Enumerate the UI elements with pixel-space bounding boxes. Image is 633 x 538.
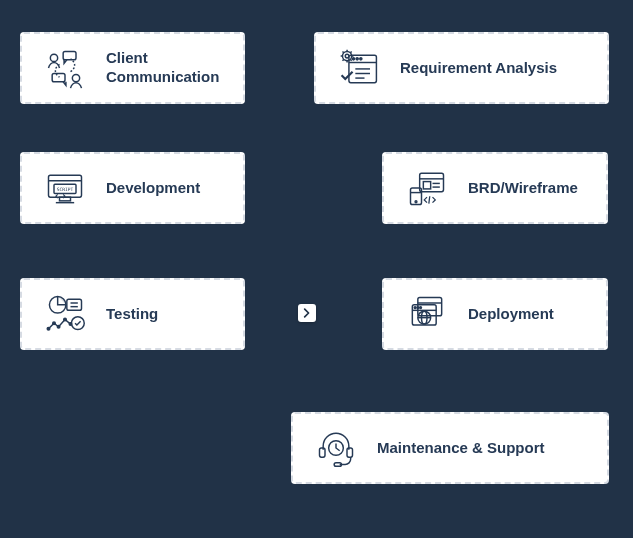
step-label: ClientCommunication xyxy=(106,49,219,87)
step-development: SCRIPT Development xyxy=(20,152,245,224)
svg-point-34 xyxy=(57,326,60,329)
svg-point-6 xyxy=(352,58,354,60)
chart-test-icon xyxy=(42,291,88,337)
svg-point-12 xyxy=(343,52,352,61)
step-label: Deployment xyxy=(468,305,554,324)
wireframe-code-icon xyxy=(404,165,450,211)
svg-point-33 xyxy=(53,322,56,325)
svg-point-42 xyxy=(414,307,416,309)
step-deployment: Deployment xyxy=(382,278,608,350)
svg-point-43 xyxy=(417,307,419,309)
svg-point-32 xyxy=(47,327,50,330)
svg-rect-48 xyxy=(320,448,326,457)
script-monitor-icon: SCRIPT xyxy=(42,165,88,211)
step-label: Maintenance & Support xyxy=(377,439,545,458)
headset-clock-icon xyxy=(313,425,359,471)
svg-point-7 xyxy=(356,58,358,60)
chat-people-icon xyxy=(42,45,88,91)
svg-rect-29 xyxy=(67,299,82,310)
svg-rect-22 xyxy=(423,182,430,189)
svg-point-27 xyxy=(415,201,417,203)
step-label: BRD/Wireframe xyxy=(468,179,578,198)
svg-point-1 xyxy=(72,74,79,81)
svg-point-35 xyxy=(64,318,67,321)
svg-rect-16 xyxy=(60,197,71,201)
globe-windows-icon xyxy=(404,291,450,337)
svg-point-8 xyxy=(360,58,362,60)
step-requirement-analysis: Requirement Analysis xyxy=(314,32,609,104)
gear-doc-icon xyxy=(336,45,382,91)
step-client-communication: ClientCommunication xyxy=(20,32,245,104)
step-label: Development xyxy=(106,179,200,198)
svg-rect-2 xyxy=(63,52,76,60)
step-maintenance-support: Maintenance & Support xyxy=(291,412,609,484)
arrow-right-icon xyxy=(298,304,316,322)
step-brd-wireframe: BRD/Wireframe xyxy=(382,152,608,224)
step-testing: Testing xyxy=(20,278,245,350)
svg-rect-49 xyxy=(347,448,353,457)
svg-text:SCRIPT: SCRIPT xyxy=(57,187,74,192)
svg-rect-3 xyxy=(52,74,65,82)
svg-point-13 xyxy=(345,54,349,58)
step-label: Testing xyxy=(106,305,158,324)
step-label: Requirement Analysis xyxy=(400,59,557,78)
svg-point-44 xyxy=(420,307,422,309)
svg-point-0 xyxy=(50,54,57,61)
